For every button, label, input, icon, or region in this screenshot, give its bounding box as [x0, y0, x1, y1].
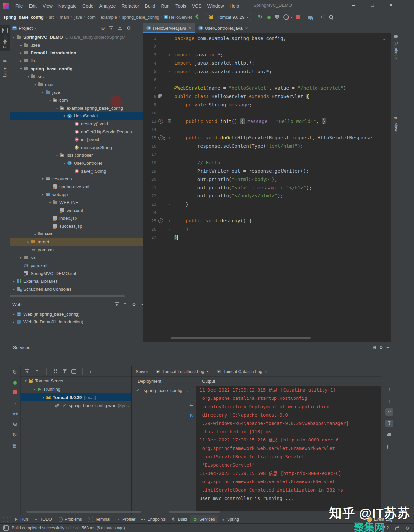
code-line[interactable]: 16 response.setContentType("text/html"); — [143, 142, 391, 150]
fold-marker[interactable]: + — [167, 119, 172, 123]
tree-row[interactable]: ▸test — [10, 230, 143, 238]
tree-row[interactable]: spring-mvc.xml — [10, 183, 143, 191]
tree-row[interactable]: save():String — [10, 167, 143, 175]
menu-vcs[interactable]: VCS — [189, 3, 205, 9]
tree-arrow[interactable]: ▾ — [32, 387, 37, 391]
strip-tab-database[interactable]: Database — [391, 32, 401, 62]
code-line[interactable]: 15↑@▿ public void doGet(HttpServletReque… — [143, 134, 391, 142]
breadcrumb-item[interactable]: example — [100, 15, 118, 20]
settings-button[interactable]: ⚙ — [378, 344, 384, 351]
close-button[interactable]: × — [386, 2, 396, 8]
code-line[interactable]: 17 — [143, 150, 391, 158]
menu-build[interactable]: Build — [142, 3, 158, 9]
menu-navigate[interactable]: Navigate — [55, 3, 79, 9]
deployment-hscrollbar[interactable] — [169, 511, 220, 513]
tool-window-button-profiler[interactable]: ◔Profiler — [113, 515, 139, 523]
stop-server-button[interactable] — [13, 390, 17, 394]
tree-row[interactable]: ▾com — [10, 96, 143, 104]
run-button[interactable]: ↻ — [256, 13, 265, 21]
services-tab[interactable]: Tomcat Localhost Log× — [152, 366, 213, 376]
tree-row[interactable]: ✓spring_base_config:war[Sync — [20, 401, 131, 410]
undeploy-icon[interactable]: ➥ — [189, 402, 194, 408]
print-button[interactable] — [385, 431, 393, 439]
tree-arrow[interactable]: ▾ — [54, 106, 60, 110]
strip-tab-project[interactable]: Project — [0, 25, 10, 51]
tree-arrow[interactable]: ▸ — [18, 51, 24, 55]
tree-row[interactable]: ▾itss.controller — [10, 151, 143, 159]
tree-row[interactable]: ▸Web (in Demo01_introduction) — [10, 318, 143, 326]
search-everywhere-button[interactable] — [327, 13, 335, 21]
menu-analyze[interactable]: Analyze — [97, 3, 119, 9]
debug-server-button[interactable] — [13, 380, 17, 385]
editor-tab[interactable]: CHelloServlet.java× — [143, 23, 195, 33]
tree-arrow[interactable]: ▸ — [26, 240, 31, 244]
tree-row[interactable]: pom.xml — [10, 261, 143, 269]
tree-arrow[interactable]: ▸ — [18, 256, 24, 259]
deploy-all-icon[interactable] — [12, 411, 18, 416]
editor-area[interactable]: CHelloServlet.java×CUserController.java×… — [143, 23, 391, 342]
scroll-down-button[interactable]: ↓ — [385, 397, 393, 404]
tree-arrow[interactable]: ▸ — [11, 312, 16, 316]
collapse-all-button[interactable] — [117, 25, 123, 31]
code-line[interactable]: 1package com.example.spring_base_config; — [143, 34, 391, 42]
editor-tab[interactable]: CUserController.java× — [195, 23, 251, 33]
breadcrumb-item[interactable]: com — [87, 15, 96, 20]
tree-row[interactable]: ▾Tomcat Server — [20, 377, 131, 385]
menu-tools[interactable]: Tools — [172, 3, 189, 9]
tree-row[interactable]: ▾Tomcat 9.0.29[local] — [20, 393, 131, 401]
tree-row[interactable]: web.xml — [10, 206, 143, 214]
tab-close-icon[interactable]: × — [265, 369, 267, 374]
run-anything-button[interactable] — [318, 13, 327, 21]
tree-row[interactable]: ▾example.spring_base_config — [10, 104, 143, 112]
tree-arrow[interactable]: ▾ — [40, 91, 45, 94]
tree-arrow[interactable]: ▾ — [23, 379, 28, 383]
tree-arrow[interactable]: ▾ — [62, 161, 67, 165]
code-line[interactable]: 10 — [143, 109, 391, 117]
tree-row[interactable]: ▸Demo01_introduction — [10, 49, 143, 57]
code-line[interactable]: 23▵ } — [143, 200, 391, 208]
breadcrumb-item[interactable]: main — [59, 15, 70, 20]
tree-row[interactable]: destroy():void — [10, 120, 143, 128]
tree-row[interactable]: success.jsp — [10, 222, 143, 230]
tree-row[interactable]: ▸.idea — [10, 41, 143, 49]
override-method-icon[interactable]: ↑ — [158, 135, 163, 140]
code-line[interactable]: 19 PrintWriter out = response.getWriter(… — [143, 167, 391, 175]
run-configuration-select[interactable]: Tomcat 9.0.29 ▾ — [206, 13, 251, 21]
tab-close-icon[interactable]: × — [189, 26, 191, 31]
tree-row[interactable]: ▾spring_base_config — [10, 65, 143, 72]
override-method-icon[interactable]: ↑ — [158, 119, 163, 124]
code-line[interactable]: 8public class HelloServlet extends HttpS… — [143, 92, 391, 100]
rerun-server-button[interactable]: ↻ — [12, 370, 18, 375]
menu-help[interactable]: Help — [227, 3, 242, 9]
project-hscrollbar[interactable] — [10, 295, 125, 297]
soft-wrap-toggle[interactable]: ↵ — [385, 408, 393, 416]
code-line[interactable]: 5▵import javax.servlet.annotation.*; — [143, 67, 391, 75]
expand-all-button[interactable] — [114, 301, 120, 308]
tree-row[interactable]: ▾src — [10, 72, 143, 80]
settings-cloud-icon[interactable]: ⚙ — [405, 526, 409, 531]
menu-window[interactable]: Window — [205, 3, 227, 9]
menu-edit[interactable]: Edit — [26, 3, 40, 9]
services-hscrollbar[interactable] — [26, 511, 141, 513]
edit-configuration-button[interactable] — [12, 421, 18, 427]
code-line[interactable]: 26▵ } — [143, 225, 391, 233]
tree-row[interactable]: pom.xml — [10, 246, 143, 254]
settings-button[interactable]: ⚙ — [125, 25, 132, 31]
gutter-class-icon[interactable] — [158, 94, 162, 98]
tool-window-button-todo[interactable]: ≡TODO — [31, 515, 55, 523]
settings-button[interactable]: ⚙ — [131, 301, 137, 308]
project-structure-button[interactable] — [306, 13, 315, 21]
deploy-button[interactable]: → — [12, 400, 18, 405]
tool-window-button-terminal[interactable]: Terminal — [85, 515, 113, 523]
group-by-button[interactable] — [53, 369, 58, 374]
sync-icon[interactable]: ↻ — [189, 413, 194, 419]
tree-row[interactable]: ▸lib — [10, 57, 143, 65]
tree-arrow[interactable]: ▾ — [33, 83, 38, 86]
code-line[interactable]: 21 out.println("<h1>" + message + "</h1>… — [143, 183, 391, 192]
tree-row[interactable]: ▸Web (in spring_base_config) — [10, 310, 143, 318]
code-line[interactable]: 18 // Hello — [143, 159, 391, 167]
code-line[interactable]: 25↑▿ public void destroy() { — [143, 217, 391, 225]
profiler-button[interactable] — [282, 13, 290, 21]
fold-marker[interactable]: ▿ — [167, 53, 172, 57]
tree-arrow[interactable]: ▾ — [11, 35, 16, 39]
